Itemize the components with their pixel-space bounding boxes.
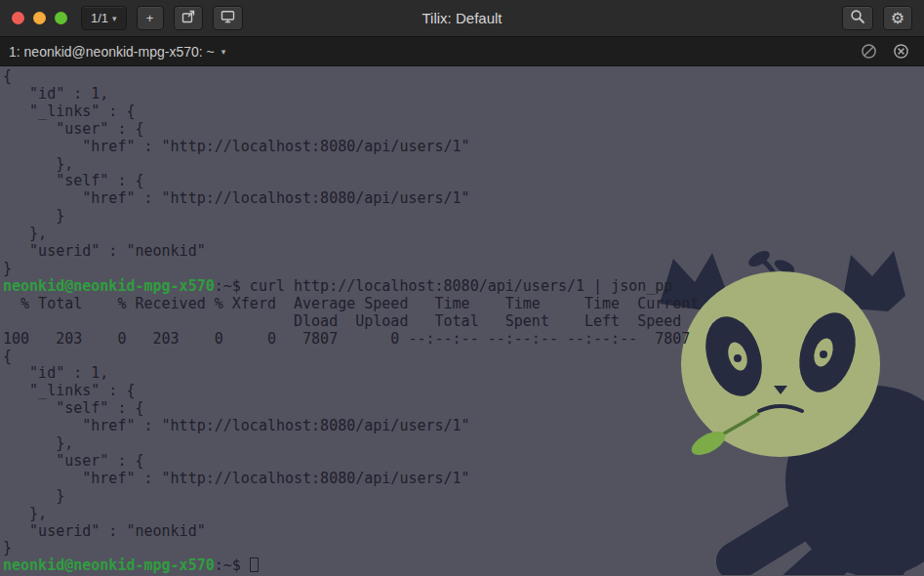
shell-prompt: neonkid@neonkid-mpg-x570: [3, 277, 215, 295]
terminal-text: "id" : 1,: [3, 364, 108, 382]
readonly-session-icon[interactable]: [861, 43, 877, 60]
terminal-line: "self" : {: [3, 173, 924, 190]
terminal-text: },: [3, 155, 73, 173]
session-title-dropdown[interactable]: 1: neonkid@neonkid-mpg-x570: ~ ▾: [9, 44, 225, 60]
chevron-down-icon: ▾: [112, 14, 117, 23]
terminal-line: },: [3, 226, 924, 243]
terminal-cursor: [250, 557, 259, 572]
gear-icon: ⚙: [891, 11, 904, 26]
terminal-text: :~$ curl http://localhost:8080/api/users…: [215, 277, 673, 295]
terminal-text: }: [3, 487, 64, 505]
terminal-text: },: [3, 225, 47, 242]
session-counter: 1/1: [91, 11, 108, 25]
terminal-line: 100 203 0 203 0 0 7807 0 --:--:-- --:--:…: [3, 331, 924, 349]
window-controls: [12, 12, 67, 24]
terminal-text: {: [3, 67, 12, 85]
session-title-label: 1: neonkid@neonkid-mpg-x570: ~: [9, 44, 215, 60]
terminal-text: "href" : "http://localhost:8080/api/user…: [3, 470, 470, 487]
monitor-icon: [221, 10, 235, 26]
terminal-line: "href" : "http://localhost:8080/api/user…: [3, 418, 924, 435]
new-session-button[interactable]: +: [137, 6, 164, 30]
terminal-text: "href" : "http://localhost:8080/api/user…: [3, 189, 470, 207]
terminal-text: "_links" : {: [3, 103, 135, 120]
terminal-text: "user" : {: [3, 120, 144, 138]
terminal-text: Dload Upload Total Spent Left Speed: [3, 312, 681, 330]
terminal-text: }: [3, 260, 12, 277]
terminal-line: "_links" : {: [3, 103, 924, 121]
session-bar: 1: neonkid@neonkid-mpg-x570: ~ ▾: [0, 37, 924, 66]
session-switcher-button[interactable]: 1/1 ▾: [81, 6, 127, 30]
terminal-line: Dload Upload Total Spent Left Speed: [3, 313, 924, 331]
search-button[interactable]: [842, 6, 873, 30]
terminal-text: "self" : {: [3, 172, 144, 189]
terminal-text: }: [3, 539, 12, 556]
search-icon: [850, 9, 865, 27]
terminal-line: "_links" : {: [3, 383, 924, 400]
minimize-window-button[interactable]: [33, 12, 46, 24]
terminal-line: }: [3, 540, 924, 557]
close-window-button[interactable]: [12, 12, 24, 24]
maximize-window-button[interactable]: [55, 12, 67, 24]
terminal-line: }: [3, 208, 924, 226]
terminal-line: "self" : {: [3, 400, 924, 418]
terminal-line: },: [3, 506, 924, 523]
terminal-text: },: [3, 505, 47, 522]
terminal-line: },: [3, 435, 924, 453]
terminal-line: "user" : {: [3, 453, 924, 471]
terminal-line: {: [3, 349, 924, 366]
terminal-line: "userid" : "neonkid": [3, 243, 924, 261]
shell-prompt: neonkid@neonkid-mpg-x570: [3, 556, 215, 574]
terminal-text: "href" : "http://localhost:8080/api/user…: [3, 138, 470, 155]
open-new-window-button[interactable]: [174, 6, 203, 30]
session-bar-actions: [861, 43, 915, 60]
terminal-text: {: [3, 348, 12, 365]
terminal[interactable]: { "id" : 1, "_links" : { "user" : { "hre…: [0, 66, 924, 575]
terminal-output: { "id" : 1, "_links" : { "user" : { "hre…: [3, 68, 924, 575]
terminal-text: "self" : {: [3, 399, 144, 417]
settings-button[interactable]: ⚙: [883, 6, 912, 30]
terminal-line: neonkid@neonkid-mpg-x570:~$ curl http://…: [3, 278, 924, 296]
terminal-text: 100 203 0 203 0 0 7807 0 --:--:-- --:--:…: [3, 330, 690, 348]
fullscreen-display-button[interactable]: [213, 6, 243, 30]
titlebar: 1/1 ▾ + Tilix: Default: [0, 0, 924, 37]
terminal-text: % Total % Received % Xferd Average Speed…: [3, 295, 699, 312]
terminal-line: "id" : 1,: [3, 365, 924, 383]
terminal-text: "id" : 1,: [3, 85, 108, 103]
terminal-line: }: [3, 488, 924, 506]
terminal-line: "userid" : "neonkid": [3, 523, 924, 541]
terminal-line: "href" : "http://localhost:8080/api/user…: [3, 139, 924, 156]
terminal-line: % Total % Received % Xferd Average Speed…: [3, 296, 924, 313]
terminal-line: "user" : {: [3, 121, 924, 139]
terminal-line: neonkid@neonkid-mpg-x570:~$: [3, 557, 924, 575]
terminal-line: "href" : "http://localhost:8080/api/user…: [3, 471, 924, 488]
terminal-text: "user" : {: [3, 452, 144, 470]
terminal-text: "userid" : "neonkid": [3, 242, 206, 260]
terminal-text: },: [3, 434, 73, 452]
tilix-window: { "window": { "title": "Tilix: Default" …: [0, 0, 924, 576]
terminal-line: {: [3, 68, 924, 86]
terminal-text: "_links" : {: [3, 382, 135, 399]
terminal-text: "userid" : "neonkid": [3, 522, 206, 540]
terminal-line: },: [3, 156, 924, 174]
terminal-line: "href" : "http://localhost:8080/api/user…: [3, 190, 924, 208]
titlebar-right-actions: ⚙: [842, 6, 912, 30]
terminal-text: }: [3, 207, 64, 225]
terminal-text: :~$: [215, 556, 250, 574]
terminal-line: }: [3, 261, 924, 278]
terminal-line: "id" : 1,: [3, 86, 924, 103]
new-window-icon: [181, 10, 195, 26]
chevron-down-icon: ▾: [221, 47, 226, 57]
terminal-text: "href" : "http://localhost:8080/api/user…: [3, 417, 470, 434]
close-session-button[interactable]: [893, 43, 909, 60]
